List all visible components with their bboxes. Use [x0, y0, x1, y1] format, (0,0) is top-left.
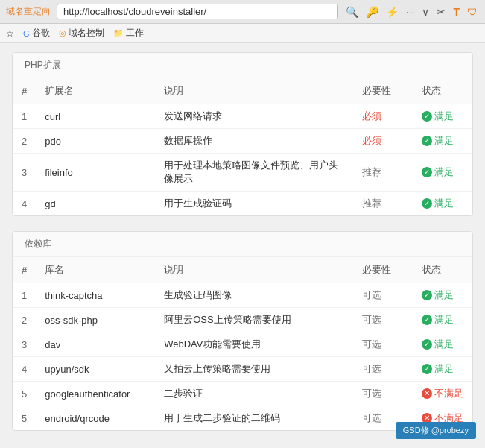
dep-table: # 库名 说明 必要性 状态 1 think-captcha 生成验证码图像 可…	[13, 257, 472, 430]
cell-num: 4	[13, 192, 36, 216]
cell-name: endroid/qrcode	[36, 406, 155, 431]
status-icon: ✓	[422, 364, 432, 374]
php-table-body: 1 curl 发送网络请求 必须 ✓ 满足 2 pdo 数据库操作 必须 ✓ 满…	[13, 104, 472, 216]
php-col-desc: 说明	[155, 78, 353, 104]
cell-desc: 又拍云上传策略需要使用	[155, 357, 353, 382]
php-col-required: 必要性	[353, 78, 413, 104]
cell-num: 1	[13, 283, 36, 308]
shield-icon[interactable]: 🛡	[466, 4, 479, 19]
cell-num: 3	[13, 332, 36, 357]
dep-header-row: # 库名 说明 必要性 状态	[13, 257, 472, 283]
bookmark-placeholder: ☆	[6, 28, 14, 39]
cell-required: 可选	[353, 382, 413, 406]
cell-num: 1	[13, 104, 36, 129]
bookmark-google-label: 谷歌	[32, 27, 50, 40]
cell-num: 4	[13, 357, 36, 382]
bookmark-work-label: 工作	[126, 27, 144, 40]
domain-icon: ◎	[59, 28, 66, 38]
cell-name: googleauthenticator	[36, 382, 155, 406]
translate-icon[interactable]: T	[451, 4, 461, 19]
google-icon: G	[23, 29, 30, 38]
status-icon: ✓	[422, 111, 432, 122]
bookmark-google[interactable]: G 谷歌	[23, 27, 50, 40]
php-col-status: 状态	[413, 78, 472, 104]
cell-status: ✓ 满足	[413, 332, 472, 357]
bookmark-work[interactable]: 📁 工作	[113, 27, 144, 40]
cell-desc: 数据库操作	[155, 129, 353, 154]
dep-table-body: 1 think-captcha 生成验证码图像 可选 ✓ 满足 2 oss-sd…	[13, 283, 472, 431]
dep-col-required: 必要性	[353, 257, 413, 283]
status-icon: ✕	[422, 388, 432, 399]
cell-desc: 二步验证	[155, 382, 353, 406]
lightning-icon[interactable]: ⚡	[384, 4, 400, 19]
cell-name: oss-sdk-php	[36, 308, 155, 332]
cell-name: dav	[36, 332, 155, 357]
cell-desc: 用于生成验证码	[155, 192, 353, 216]
cell-name: upyun/sdk	[36, 357, 155, 382]
cell-status: ✓ 满足	[413, 192, 472, 216]
php-section: PHP扩展 # 扩展名 说明 必要性 状态 1 curl 发送网络请求 必须 ✓	[12, 52, 473, 216]
cell-status: ✓ 满足	[413, 283, 472, 308]
table-row: 2 oss-sdk-php 阿里云OSS上传策略需要使用 可选 ✓ 满足	[13, 308, 472, 332]
cell-name: curl	[36, 104, 155, 129]
cell-status: ✓ 满足	[413, 104, 472, 129]
bookmark-domain[interactable]: ◎ 域名控制	[59, 27, 104, 40]
cell-desc: WebDAV功能需要使用	[155, 332, 353, 357]
browser-icons: 🔍 🔑 ⚡ ··· ∨ ✂ T 🛡	[344, 4, 479, 19]
cell-desc: 用于生成二步验证的二维码	[155, 406, 353, 431]
cut-icon[interactable]: ✂	[435, 4, 447, 19]
cell-num: 5	[13, 406, 36, 431]
table-row: 1 curl 发送网络请求 必须 ✓ 满足	[13, 104, 472, 129]
status-icon: ✓	[422, 167, 432, 177]
status-icon: ✓	[422, 290, 432, 300]
cell-name: pdo	[36, 129, 155, 154]
cell-required: 推荐	[353, 192, 413, 216]
bookmark-domain-label: 域名控制	[69, 27, 104, 40]
cell-required: 推荐	[353, 154, 413, 192]
cell-status: ✓ 满足	[413, 308, 472, 332]
cell-required: 可选	[353, 308, 413, 332]
cell-desc: 发送网络请求	[155, 104, 353, 129]
table-row: 1 think-captcha 生成验证码图像 可选 ✓ 满足	[13, 283, 472, 308]
cell-required: 可选	[353, 283, 413, 308]
more-icon[interactable]: ···	[405, 4, 416, 19]
redirect-label: 域名重定向	[6, 5, 51, 18]
dropdown-icon[interactable]: ∨	[420, 4, 431, 19]
table-row: 5 googleauthenticator 二步验证 可选 ✕ 不满足	[13, 382, 472, 406]
cell-required: 可选	[353, 332, 413, 357]
status-icon: ✓	[422, 339, 432, 350]
cell-num: 5	[13, 382, 36, 406]
table-row: 4 upyun/sdk 又拍云上传策略需要使用 可选 ✓ 满足	[13, 357, 472, 382]
status-icon: ✓	[422, 198, 432, 209]
dep-section-title: 依赖库	[13, 232, 472, 257]
table-row: 4 gd 用于生成验证码 推荐 ✓ 满足	[13, 192, 472, 216]
cell-status: ✓ 满足	[413, 129, 472, 154]
cell-required: 可选	[353, 357, 413, 382]
cell-status: ✓ 满足	[413, 154, 472, 192]
search-icon[interactable]: 🔍	[344, 4, 360, 19]
cell-num: 2	[13, 308, 36, 332]
cell-num: 2	[13, 129, 36, 154]
url-bar[interactable]: http://localhost/cloudreveinstaller/	[57, 4, 338, 19]
php-header-row: # 扩展名 说明 必要性 状态	[13, 78, 472, 104]
status-icon: ✓	[422, 136, 432, 146]
status-icon: ✓	[422, 315, 432, 325]
cell-status: ✕ 不满足	[413, 382, 472, 406]
cell-required: 必须	[353, 129, 413, 154]
dep-col-status: 状态	[413, 257, 472, 283]
bookmarks-bar: ☆ G 谷歌 ◎ 域名控制 📁 工作	[0, 24, 485, 43]
cell-desc: 生成验证码图像	[155, 283, 353, 308]
php-table-head: # 扩展名 说明 必要性 状态	[13, 78, 472, 104]
dep-col-desc: 说明	[155, 257, 353, 283]
cell-desc: 阿里云OSS上传策略需要使用	[155, 308, 353, 332]
cell-name: think-captcha	[36, 283, 155, 308]
key-icon[interactable]: 🔑	[364, 4, 380, 19]
php-col-num: #	[13, 78, 36, 104]
dep-col-name: 库名	[36, 257, 155, 283]
php-col-name: 扩展名	[36, 78, 155, 104]
cell-status: ✓ 满足	[413, 357, 472, 382]
footer-badge[interactable]: GSD修 @probezy	[396, 422, 476, 439]
table-row: 2 pdo 数据库操作 必须 ✓ 满足	[13, 129, 472, 154]
php-table: # 扩展名 说明 必要性 状态 1 curl 发送网络请求 必须 ✓ 满足 2	[13, 78, 472, 215]
php-section-title: PHP扩展	[13, 53, 472, 78]
